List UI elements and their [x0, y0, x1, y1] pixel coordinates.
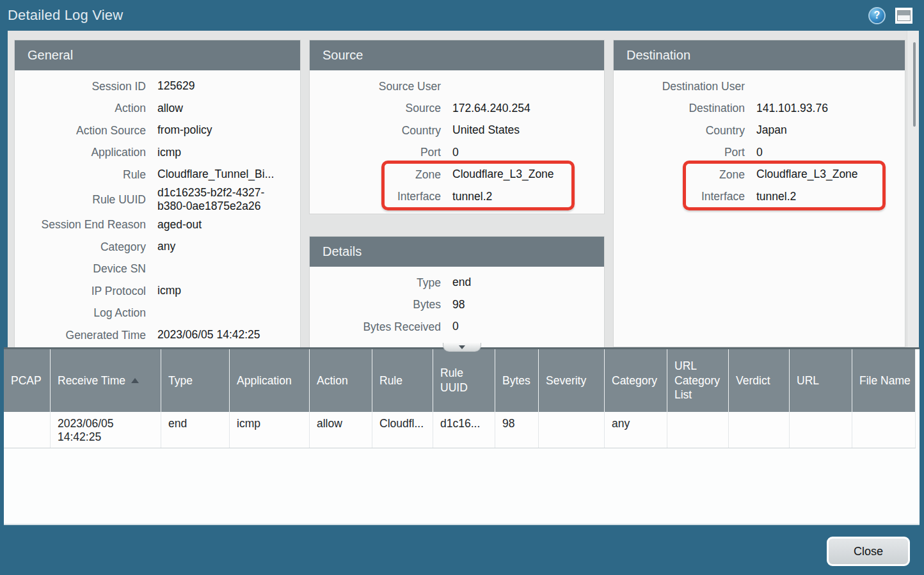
field-value: 98 — [452, 298, 604, 312]
cell-action: allow — [310, 412, 372, 448]
field-row: Interfacetunnel.2 — [310, 186, 604, 209]
field-value: Cloudflare_L3_Zone — [452, 168, 604, 182]
cell-type: end — [161, 412, 230, 448]
field-row: Bytes98 — [310, 294, 604, 317]
cell-severity — [539, 412, 605, 448]
destination-panel-header: Destination — [614, 40, 905, 70]
cell-application: icmp — [230, 412, 310, 448]
field-value: 125629 — [157, 79, 300, 93]
column-header-rule[interactable]: Rule — [372, 349, 433, 412]
field-label: Generated Time — [15, 329, 146, 342]
close-button[interactable]: Close — [827, 537, 910, 566]
detailed-log-view-dialog: { "titlebar": { "title": "Detailed Log V… — [0, 0, 924, 575]
field-label: Interface — [614, 190, 745, 203]
field-row: CountryUnited States — [310, 120, 604, 142]
field-label: Action — [15, 102, 146, 115]
field-row: Session End Reasonaged-out — [15, 214, 300, 236]
field-value: end — [452, 276, 604, 290]
cell-receive-time: 2023/06/05 14:42:25 — [51, 412, 161, 448]
field-label: Bytes Received — [310, 320, 441, 334]
column-header-action[interactable]: Action — [310, 349, 372, 412]
scrollbar-thumb[interactable] — [913, 42, 916, 127]
field-row: Generated Time2023/06/05 14:42:25 — [15, 324, 300, 347]
field-label: Source — [310, 102, 441, 115]
field-row: Destination141.101.93.76 — [614, 98, 905, 120]
field-label: Port — [310, 146, 441, 159]
collapse-panel-handle[interactable] — [443, 343, 481, 352]
field-value: 2023/06/05 14:42:25 — [157, 328, 300, 342]
field-row: Source172.64.240.254 — [310, 98, 604, 120]
source-panel: Source Source User Source172.64.240.254 … — [309, 40, 605, 214]
column-header-pcap[interactable]: PCAP — [4, 349, 51, 412]
field-value: United States — [452, 123, 604, 138]
field-row: ZoneCloudflare_L3_Zone — [614, 164, 905, 186]
column-header-bytes[interactable]: Bytes — [495, 349, 539, 412]
field-label: Zone — [310, 168, 441, 182]
field-row: Actionallow — [15, 98, 300, 120]
field-label: Rule UUID — [15, 193, 146, 207]
details-panel: Details Typeend Bytes98 Bytes Received0 — [309, 236, 605, 347]
window-icon[interactable] — [895, 8, 912, 24]
window-icon-glyph — [897, 10, 911, 21]
column-header-file-name[interactable]: File Name — [852, 349, 916, 412]
field-label: Destination — [614, 102, 745, 115]
cell-url — [790, 412, 852, 448]
field-label: Log Action — [15, 306, 146, 320]
field-row: Typeend — [310, 272, 604, 294]
column-header-severity[interactable]: Severity — [539, 349, 605, 412]
field-row: Device SN — [15, 258, 300, 280]
field-value: allow — [157, 102, 300, 116]
field-value: tunnel.2 — [452, 190, 604, 204]
column-header-application[interactable]: Application — [230, 349, 310, 412]
cell-rule-uuid: d1c16... — [433, 412, 495, 448]
details-panel-body: Typeend Bytes98 Bytes Received0 — [310, 267, 604, 338]
column-header-url-category-list[interactable]: URL Category List — [667, 349, 729, 412]
field-label: Session End Reason — [15, 218, 146, 232]
field-value: icmp — [157, 284, 300, 298]
column-header-category[interactable]: Category — [605, 349, 667, 412]
log-detail-section: General Session ID125629 Actionallow Act… — [8, 31, 919, 347]
field-row: Port0 — [614, 142, 905, 164]
field-row: Rule UUIDd1c16235-b2f2-4327-b380-0ae1875… — [15, 186, 300, 214]
column-header-url[interactable]: URL — [790, 349, 852, 412]
field-row: CountryJapan — [614, 120, 905, 142]
destination-panel-body: Destination User Destination141.101.93.7… — [614, 70, 905, 208]
field-label: Source User — [310, 80, 441, 93]
general-panel-header: General — [15, 40, 300, 70]
field-value: from-policy — [157, 123, 300, 138]
log-table: PCAP Receive Time Type Application Actio… — [4, 347, 920, 525]
field-value: Cloudflare_L3_Zone — [756, 168, 905, 182]
field-row: Source User — [310, 75, 604, 98]
source-panel-body: Source User Source172.64.240.254 Country… — [310, 70, 604, 208]
general-panel: General Session ID125629 Actionallow Act… — [14, 40, 301, 347]
field-row: IP Protocolicmp — [15, 280, 300, 303]
column-header-type[interactable]: Type — [161, 349, 230, 412]
field-label: Action Source — [15, 124, 146, 138]
field-value: Cloudflare_Tunnel_Bi... — [157, 168, 300, 182]
cell-bytes: 98 — [495, 412, 539, 448]
field-label: IP Protocol — [15, 285, 146, 298]
log-table-header: PCAP Receive Time Type Application Actio… — [4, 349, 916, 412]
cell-pcap — [4, 412, 51, 448]
column-header-rule-uuid[interactable]: Rule UUID — [433, 349, 495, 412]
field-row: Session ID125629 — [15, 75, 300, 98]
vertical-scrollbar[interactable] — [907, 31, 919, 347]
field-value: aged-out — [157, 218, 300, 232]
help-icon[interactable]: ? — [868, 7, 886, 24]
cell-category: any — [605, 412, 667, 448]
cell-rule: Cloudfl... — [372, 412, 433, 448]
field-value: tunnel.2 — [756, 190, 905, 204]
field-row: RuleCloudflare_Tunnel_Bi... — [15, 164, 300, 186]
column-header-verdict[interactable]: Verdict — [729, 349, 790, 412]
field-value: 0 — [452, 146, 604, 160]
column-header-receive-time[interactable]: Receive Time — [51, 349, 161, 412]
field-label: Rule — [15, 168, 146, 182]
details-panel-header: Details — [310, 237, 604, 267]
field-row: Port0 — [310, 142, 604, 164]
field-value: d1c16235-b2f2-4327-b380-0ae1875e2a26 — [157, 186, 300, 214]
field-label: Country — [614, 124, 745, 138]
field-row: ZoneCloudflare_L3_Zone — [310, 164, 604, 186]
destination-panel: Destination Destination User Destination… — [613, 40, 905, 347]
field-row: Applicationicmp — [15, 142, 300, 164]
log-table-row[interactable]: 2023/06/05 14:42:25 end icmp allow Cloud… — [4, 412, 916, 448]
